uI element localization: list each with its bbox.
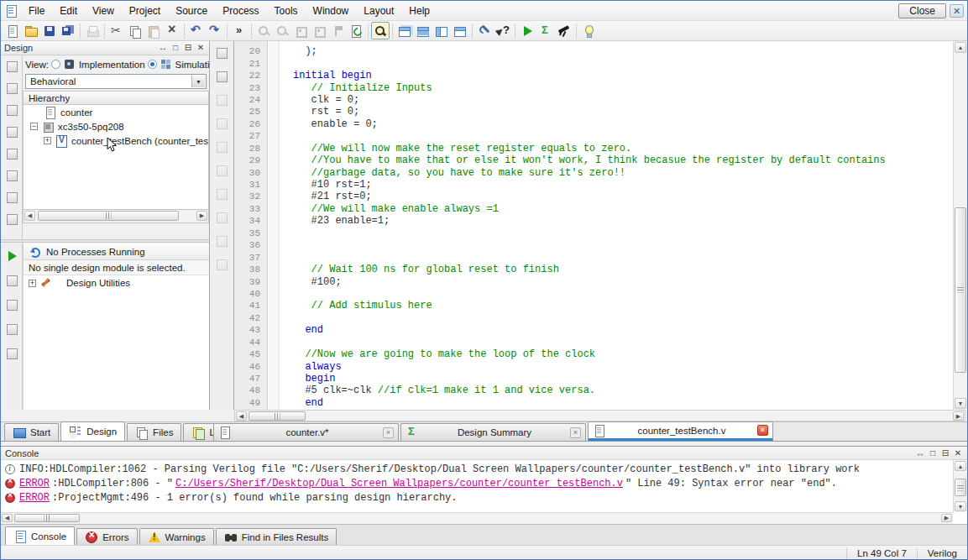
zoom-box-button[interactable] (310, 22, 328, 39)
library-view-button[interactable] (3, 212, 20, 227)
scroll-right-icon[interactable]: ▶ (953, 411, 964, 421)
undo-button[interactable] (187, 22, 206, 39)
behavioral-dropdown[interactable]: Behavioral ▼ (25, 74, 207, 89)
scroll-down-icon[interactable]: ▼ (955, 501, 966, 511)
console-output[interactable]: INFO:HDLCompiler:1062 - Parsing Verilog … (1, 460, 953, 512)
menu-file[interactable]: File (21, 3, 52, 19)
code-line[interactable]: 41 // Add stimulus here (234, 300, 953, 311)
editor-horizontal-scrollbar[interactable]: ◀ ▶ (234, 410, 965, 421)
code-line[interactable]: 20 ); (234, 45, 953, 57)
close-panel-icon[interactable]: ✕ (953, 448, 963, 458)
code-line[interactable]: 33 //We will make enable always =1 (234, 203, 953, 215)
dock-panel-icon[interactable]: ⊟ (183, 43, 193, 53)
scrollbar-thumb[interactable] (955, 479, 966, 496)
code-line[interactable]: 31 #10 rst=1; (234, 179, 953, 191)
tree-item[interactable]: +counter_testBench (counter_testBe (24, 133, 208, 148)
code-line[interactable]: 49 end (234, 397, 953, 409)
tree-item[interactable]: −xc3s50-5pq208 (24, 119, 208, 133)
code-line[interactable]: 48 #5 clk=~clk //if clk=1 make it 1 and … (234, 385, 953, 396)
document-tab-counter-testbench-v[interactable]: counter_testBench.v× (588, 421, 773, 441)
zoom-selection-button[interactable] (328, 22, 347, 39)
select-highlight-tool-button[interactable] (371, 22, 390, 39)
stop-process-button[interactable] (3, 322, 20, 337)
trace-disabled-4-button[interactable] (213, 257, 230, 272)
code-line[interactable]: 44 (234, 337, 953, 348)
toolbar-overflow-button[interactable] (230, 22, 249, 39)
console-link[interactable]: ERROR (19, 492, 50, 504)
close-tab-icon[interactable]: × (383, 427, 394, 438)
refresh-markup-button[interactable] (347, 22, 365, 39)
code-line[interactable]: 40 (234, 288, 953, 300)
scroll-left-icon[interactable]: ◀ (24, 211, 35, 221)
menu-source[interactable]: Source (168, 3, 215, 19)
close-window-icon[interactable]: ✕ (950, 4, 964, 18)
new-document-button[interactable] (3, 22, 22, 39)
scroll-left-icon[interactable]: ◀ (2, 514, 13, 522)
new-source-button[interactable] (3, 59, 20, 74)
hierarchy-scrollbar[interactable]: ◀ ▶ (23, 210, 209, 223)
code-line[interactable]: 25 rst = 0; (234, 106, 953, 118)
panel-splitter[interactable] (1, 239, 209, 243)
pause-simulation-button[interactable] (213, 163, 230, 178)
scrollbar-thumb[interactable] (14, 514, 80, 522)
code-lines[interactable]: 20 );2122initial begin23 // Initialize I… (234, 41, 953, 410)
code-line[interactable]: 23 // Initialize Inputs (234, 81, 953, 93)
add-source-button[interactable] (3, 81, 20, 96)
scroll-right-icon[interactable]: ▶ (941, 514, 952, 522)
code-line[interactable]: 27 (234, 130, 953, 142)
code-line[interactable]: 34 #23 enable=1; (234, 215, 953, 227)
design-summary-sigma-button[interactable] (536, 22, 555, 39)
float-panel-icon[interactable]: ↔ (915, 448, 925, 458)
save-button[interactable] (40, 22, 59, 39)
code-line[interactable]: 21 (234, 57, 953, 69)
console-tab-find-in-files-results[interactable]: Find in Files Results (216, 528, 337, 545)
close-tab-icon[interactable]: × (757, 425, 768, 436)
tree-item[interactable]: counter (24, 105, 208, 119)
code-line[interactable]: 45 //Now we are going to make the loop o… (234, 348, 953, 360)
scrollbar-thumb[interactable] (38, 211, 179, 221)
save-all-button[interactable] (59, 22, 77, 39)
tile-vertically-button[interactable] (432, 22, 451, 39)
code-line[interactable]: 29 //You have to make that or else it wo… (234, 154, 953, 166)
restore-default-layout-button[interactable] (213, 45, 230, 60)
rerun-all-processes-button[interactable] (3, 297, 20, 312)
run-process-button[interactable] (518, 22, 536, 39)
document-tab-counter-v-[interactable]: counter.v*× (213, 423, 399, 441)
show-hints-lightbulb-button[interactable] (579, 22, 598, 39)
dock-panel-icon[interactable]: ⊟ (940, 448, 950, 458)
trace-disabled-2-button[interactable] (213, 210, 230, 225)
code-line[interactable]: 43 end (234, 324, 953, 336)
collapse-icon[interactable]: − (30, 123, 38, 130)
code-line[interactable]: 36 (234, 239, 953, 251)
trace-disabled-3-button[interactable] (213, 233, 230, 249)
console-tab-errors[interactable]: Errors (76, 528, 137, 545)
rerun-process-button[interactable] (3, 273, 20, 288)
trace-disabled-1-button[interactable] (213, 186, 230, 201)
expand-icon[interactable]: + (44, 137, 51, 144)
zoom-out-button[interactable] (273, 22, 291, 39)
copy-button[interactable] (126, 22, 144, 39)
code-line[interactable]: 47 begin (234, 373, 953, 385)
manage-partitions-button[interactable] (3, 124, 20, 139)
menu-project[interactable]: Project (122, 3, 168, 19)
console-tab-warnings[interactable]: Warnings (139, 528, 214, 545)
run-simulation-button[interactable] (213, 116, 230, 131)
simulation-radio[interactable] (148, 60, 157, 69)
menu-process[interactable]: Process (215, 3, 266, 19)
code-line[interactable]: 38 // Wait 100 ns for global reset to fi… (234, 264, 953, 275)
maximize-panel-icon[interactable]: □ (170, 43, 181, 53)
open-source-button[interactable] (3, 146, 20, 161)
snapshot-source-button[interactable] (3, 168, 20, 183)
expand-icon[interactable]: + (29, 280, 36, 287)
console-link[interactable]: ERROR (19, 478, 50, 489)
scrollbar-thumb[interactable] (955, 207, 966, 374)
add-copy-of-source-button[interactable] (3, 102, 20, 118)
float-window-button[interactable] (451, 22, 469, 39)
delete-button[interactable] (163, 22, 181, 39)
tree-item[interactable]: +Design Utilities (24, 275, 209, 290)
run-selected-process-button[interactable] (3, 249, 20, 264)
code-line[interactable]: 35 (234, 228, 953, 239)
zoom-full-view-button[interactable] (291, 22, 310, 39)
console-tab-console[interactable]: Console (5, 526, 75, 545)
whats-this-help-button[interactable] (494, 22, 512, 39)
